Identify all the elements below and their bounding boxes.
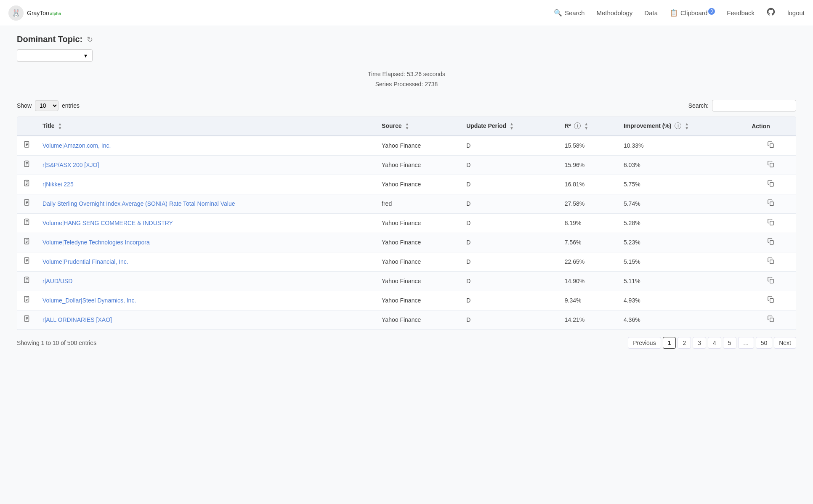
nav-items: 🔍 Search Methodology Data 📋 Clipboard 0 … xyxy=(554,5,805,20)
row-title[interactable]: Volume_Dollar|Steel Dynamics, Inc. xyxy=(37,291,376,310)
nav-methodology[interactable]: Methodology xyxy=(596,8,632,18)
nav-logout[interactable]: logout xyxy=(787,8,805,18)
row-source: Yahoo Finance xyxy=(376,252,460,271)
refresh-icon[interactable]: ↻ xyxy=(87,35,93,44)
row-title[interactable]: Volume|Prudential Financial, Inc. xyxy=(37,252,376,271)
page-btn-4[interactable]: 4 xyxy=(708,337,721,349)
nav-search[interactable]: 🔍 Search xyxy=(554,7,585,19)
clipboard-badge: 0 xyxy=(708,8,715,15)
row-improvement: 5.74% xyxy=(618,194,746,213)
table-controls: Show 10 25 50 100 entries Search: xyxy=(17,100,796,111)
row-source: fred xyxy=(376,194,460,213)
row-title[interactable]: r|S&P/ASX 200 [XJO] xyxy=(37,155,376,175)
search-label: Search: xyxy=(688,102,709,109)
row-source: Yahoo Finance xyxy=(376,310,460,329)
table-row: Volume|Teledyne Technologies Incorpora Y… xyxy=(17,233,796,252)
nav-data[interactable]: Data xyxy=(644,8,658,18)
r2-info-icon[interactable]: i xyxy=(574,122,581,129)
copy-button[interactable] xyxy=(767,180,775,189)
row-r2: 14.90% xyxy=(559,271,618,291)
row-icon xyxy=(17,175,37,194)
section-header: Dominant Topic: ↻ xyxy=(17,34,796,44)
row-icon xyxy=(17,213,37,233)
page-btn-2[interactable]: 2 xyxy=(678,337,691,349)
row-r2: 14.21% xyxy=(559,310,618,329)
svg-rect-24 xyxy=(770,221,773,225)
th-r2[interactable]: R² i ▲▼ xyxy=(559,117,618,136)
copy-button[interactable] xyxy=(767,257,775,267)
th-improvement[interactable]: Improvement (%) i ▲▼ xyxy=(618,117,746,136)
copy-button[interactable] xyxy=(767,141,775,151)
row-update-period: D xyxy=(460,291,559,310)
next-button[interactable]: Next xyxy=(774,337,796,349)
row-improvement: 5.15% xyxy=(618,252,746,271)
row-r2: 27.58% xyxy=(559,194,618,213)
nav-feedback-label: Feedback xyxy=(727,9,755,16)
row-source: Yahoo Finance xyxy=(376,291,460,310)
pagination-row: Showing 1 to 10 of 500 entries Previous … xyxy=(17,337,796,349)
svg-rect-19 xyxy=(770,202,773,205)
row-action xyxy=(746,155,796,175)
row-action xyxy=(746,291,796,310)
row-title[interactable]: Volume|Amazon.com, Inc. xyxy=(37,136,376,156)
copy-button[interactable] xyxy=(767,199,775,209)
nav-clipboard[interactable]: 📋 Clipboard 0 xyxy=(670,7,715,19)
nav-logout-label: logout xyxy=(787,9,805,16)
row-source: Yahoo Finance xyxy=(376,175,460,194)
row-title[interactable]: Daily Sterling Overnight Index Average (… xyxy=(37,194,376,213)
data-table-wrap: Title ▲▼ Source ▲▼ Update Period ▲▼ R² i… xyxy=(17,117,796,330)
row-r2: 15.58% xyxy=(559,136,618,156)
copy-button[interactable] xyxy=(767,296,775,305)
table-header-row: Title ▲▼ Source ▲▼ Update Period ▲▼ R² i… xyxy=(17,117,796,136)
page-btn-1[interactable]: 1 xyxy=(663,337,676,349)
th-action: Action xyxy=(746,117,796,136)
row-r2: 7.56% xyxy=(559,233,618,252)
row-update-period: D xyxy=(460,136,559,156)
row-title[interactable]: r|ALL ORDINARIES [XAO] xyxy=(37,310,376,329)
copy-button[interactable] xyxy=(767,276,775,286)
th-title[interactable]: Title ▲▼ xyxy=(37,117,376,136)
row-title[interactable]: r|Nikkei 225 xyxy=(37,175,376,194)
page-btn-50[interactable]: 50 xyxy=(756,337,773,349)
copy-button[interactable] xyxy=(767,160,775,170)
row-title[interactable]: Volume|Teledyne Technologies Incorpora xyxy=(37,233,376,252)
nav-github[interactable] xyxy=(766,5,776,20)
series-processed: Series Processed: 2738 xyxy=(17,80,796,90)
data-table: Title ▲▼ Source ▲▼ Update Period ▲▼ R² i… xyxy=(17,117,796,330)
row-action xyxy=(746,271,796,291)
row-title[interactable]: r|AUD/USD xyxy=(37,271,376,291)
row-update-period: D xyxy=(460,233,559,252)
row-title[interactable]: Volume|HANG SENG COMMERCE & INDUSTRY xyxy=(37,213,376,233)
show-entries-control: Show 10 25 50 100 entries xyxy=(17,100,80,111)
row-improvement: 5.11% xyxy=(618,271,746,291)
row-r2: 9.34% xyxy=(559,291,618,310)
table-row: Volume|Prudential Financial, Inc. Yahoo … xyxy=(17,252,796,271)
table-search-input[interactable] xyxy=(712,100,796,111)
page-btn-5[interactable]: 5 xyxy=(723,337,736,349)
github-icon xyxy=(766,7,776,19)
svg-rect-14 xyxy=(770,182,773,186)
page-btn-3[interactable]: 3 xyxy=(693,337,706,349)
nav-feedback[interactable]: Feedback xyxy=(727,8,755,18)
copy-button[interactable] xyxy=(767,238,775,247)
page-btn-ellipsis: … xyxy=(738,337,754,349)
nav-methodology-label: Methodology xyxy=(596,9,632,16)
search-icon: 🔍 xyxy=(554,9,562,17)
row-improvement: 10.33% xyxy=(618,136,746,156)
svg-rect-4 xyxy=(770,143,773,147)
copy-button[interactable] xyxy=(767,315,775,325)
entries-select[interactable]: 10 25 50 100 xyxy=(35,100,58,111)
th-update-period[interactable]: Update Period ▲▼ xyxy=(460,117,559,136)
row-icon xyxy=(17,136,37,156)
th-source[interactable]: Source ▲▼ xyxy=(376,117,460,136)
prev-button[interactable]: Previous xyxy=(628,337,661,349)
copy-button[interactable] xyxy=(767,218,775,228)
row-icon xyxy=(17,310,37,329)
dominant-topic-dropdown[interactable]: ▾ xyxy=(17,49,93,62)
row-source: Yahoo Finance xyxy=(376,233,460,252)
table-row: r|ALL ORDINARIES [XAO] Yahoo Finance D 1… xyxy=(17,310,796,329)
improvement-info-icon[interactable]: i xyxy=(675,122,681,129)
dropdown-row: ▾ xyxy=(17,49,796,62)
row-action xyxy=(746,310,796,329)
row-improvement: 4.93% xyxy=(618,291,746,310)
